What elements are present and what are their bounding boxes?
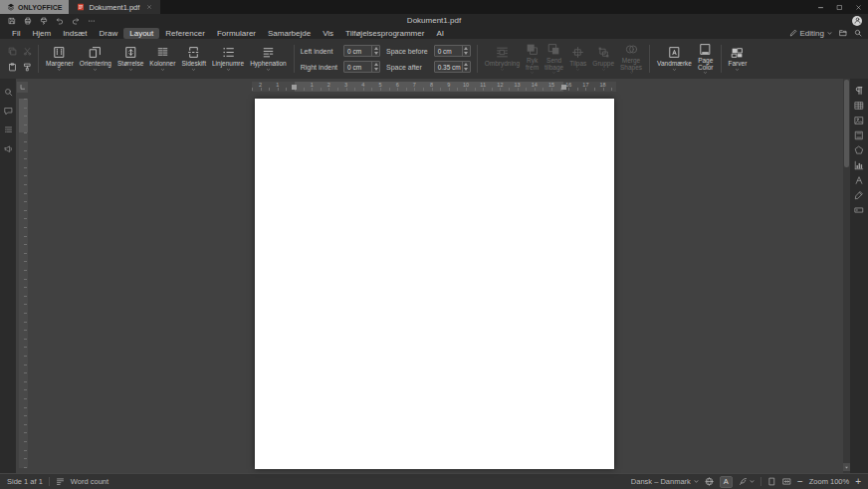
spinner-arrows[interactable] — [462, 46, 470, 56]
scrollbar-thumb[interactable] — [844, 80, 849, 167]
undo-button[interactable] — [53, 15, 66, 26]
print-button[interactable] — [21, 15, 34, 26]
left-margin-marker[interactable] — [292, 85, 297, 90]
ruler-number: 15 — [548, 83, 554, 89]
vertical-ruler[interactable] — [19, 99, 28, 468]
window-maximize-button[interactable] — [830, 0, 849, 14]
toolbar-button-align-objects[interactable]: Tilpas — [566, 40, 589, 78]
panel-button-feedback[interactable] — [4, 144, 13, 153]
panel-button-signature-settings[interactable] — [854, 190, 864, 200]
spinner-arrows[interactable] — [462, 62, 470, 72]
align-objects-icon — [571, 46, 584, 59]
fit-width-icon[interactable] — [782, 477, 791, 486]
toolbar-button-color-scheme[interactable]: Farver — [726, 40, 751, 78]
paste-button[interactable] — [5, 60, 19, 75]
spinner-down-icon[interactable] — [374, 52, 378, 55]
toolbar-button-text-wrap[interactable]: Ombrydning — [482, 40, 523, 78]
word-count-button[interactable]: Word count — [71, 477, 108, 486]
spinner-up-icon[interactable] — [374, 63, 378, 66]
spinner-up-icon[interactable] — [374, 47, 378, 50]
toolbar-button-bring-forward[interactable]: Ryk frem — [523, 40, 542, 78]
panel-button-shape-settings[interactable] — [854, 145, 864, 155]
spinner-down-icon[interactable] — [464, 52, 468, 55]
zoom-in-button[interactable]: + — [855, 477, 861, 487]
spinner-up-icon[interactable] — [464, 47, 468, 50]
toolbar-button-page-color[interactable]: Page Color — [695, 40, 717, 78]
quick-print-button[interactable] — [37, 15, 50, 26]
vertical-scrollbar[interactable] — [843, 79, 850, 473]
spinner-down-icon[interactable] — [464, 68, 468, 71]
window-minimize-button[interactable] — [811, 0, 830, 14]
user-avatar[interactable] — [852, 16, 862, 26]
search-button[interactable] — [854, 29, 862, 37]
toolbar-button-label: Vandmærke — [657, 60, 692, 67]
toolbar-button-send-backward[interactable]: Send tilbage — [542, 40, 566, 78]
menu-tab-indsæt[interactable]: Indsæt — [57, 28, 93, 39]
panel-button-comments[interactable] — [4, 107, 13, 116]
onlyoffice-main-button[interactable]: ONLYOFFICE — [0, 0, 69, 14]
toolbar-button-page-break[interactable]: Sideskift — [178, 40, 209, 78]
menu-tab-ai[interactable]: AI — [430, 28, 450, 39]
toolbar-button-group-objects[interactable]: Gruppe — [589, 40, 617, 78]
toolbar-button-merge-shapes[interactable]: Merge Shapes — [617, 40, 645, 78]
menu-tab-layout[interactable]: Layout — [123, 28, 159, 39]
panel-button-paragraph-settings[interactable] — [854, 86, 864, 96]
pen-mode-selector[interactable] — [739, 477, 755, 486]
window-close-button[interactable] — [849, 0, 868, 14]
spinner-arrows[interactable] — [371, 46, 379, 56]
panel-button-chart-settings[interactable] — [854, 160, 864, 170]
toolbar-button-margins[interactable]: Margener — [43, 40, 77, 78]
toolbar-button-watermark[interactable]: Vandmærke — [654, 40, 695, 78]
copy-style-button[interactable] — [20, 60, 34, 75]
language-selector[interactable]: Dansk – Danmark — [631, 477, 699, 486]
space-before-input[interactable]: 0 cm — [434, 45, 471, 57]
zoom-out-button[interactable]: − — [797, 477, 803, 487]
panel-button-textart-settings[interactable] — [854, 175, 864, 185]
menu-tab-vis[interactable]: Vis — [317, 28, 339, 39]
left-indent-input[interactable]: 0 cm — [343, 45, 380, 57]
panel-button-form-settings[interactable] — [854, 205, 864, 215]
zoom-level[interactable]: Zoom 100% — [809, 477, 849, 486]
panel-button-table-settings[interactable] — [854, 101, 864, 111]
panel-button-headings[interactable] — [4, 125, 13, 134]
panel-button-search[interactable] — [4, 88, 13, 97]
fit-page-icon[interactable] — [767, 477, 776, 486]
right-indent-input[interactable]: 0 cm — [343, 61, 380, 73]
horizontal-ruler[interactable]: 21123456789101112131415161718 — [252, 82, 616, 92]
menu-tab-samarbejde[interactable]: Samarbejde — [262, 28, 317, 39]
panel-button-image-settings[interactable] — [854, 116, 864, 125]
editing-mode-selector[interactable]: Editing — [789, 29, 832, 38]
menu-tab-hjem[interactable]: Hjem — [26, 28, 57, 39]
document-language-icon[interactable] — [705, 477, 714, 486]
toolbar-button-page-size[interactable]: Størrelse — [114, 40, 146, 78]
page-indicator[interactable]: Side 1 af 1 — [7, 477, 43, 486]
document-canvas[interactable]: 21123456789101112131415161718 — [16, 79, 843, 473]
redo-button[interactable] — [69, 15, 82, 26]
document-page[interactable] — [255, 99, 614, 469]
menu-tab-tilføjelsesprogrammer[interactable]: Tilføjelsesprogrammer — [339, 28, 430, 39]
document-tab[interactable]: Dokument1.pdf — [69, 0, 160, 14]
toolbar-button-orientation[interactable]: Orientering — [77, 40, 114, 78]
cut-button[interactable] — [20, 44, 34, 59]
tab-stop-selector[interactable] — [17, 82, 28, 93]
open-location-button[interactable] — [839, 29, 847, 37]
tab-close-icon[interactable] — [146, 4, 152, 10]
space-after-input[interactable]: 0.35 cm — [434, 61, 471, 73]
spinner-arrows[interactable] — [371, 62, 379, 72]
panel-button-header-footer-settings[interactable] — [854, 130, 864, 140]
menu-tab-draw[interactable]: Draw — [94, 28, 124, 39]
menu-tab-formularer[interactable]: Formularer — [211, 28, 262, 39]
copy-button[interactable] — [5, 44, 19, 59]
toolbar-button-line-numbers[interactable]: Linjenumre — [209, 40, 247, 78]
spinner-up-icon[interactable] — [464, 63, 468, 66]
toolbar-button-hyphenation[interactable]: Hyphenation — [247, 40, 290, 78]
more-button[interactable] — [85, 15, 98, 26]
toolbar-button-columns[interactable]: Kolonner — [146, 40, 178, 78]
chevron-down-icon — [827, 31, 832, 36]
scroll-down-button[interactable] — [843, 463, 850, 471]
menu-tab-referencer[interactable]: Referencer — [159, 28, 211, 39]
save-button[interactable] — [5, 15, 18, 26]
spell-check-toggle[interactable]: A — [720, 476, 733, 488]
menu-tab-fil[interactable]: Fil — [6, 28, 26, 39]
spinner-down-icon[interactable] — [374, 68, 378, 71]
